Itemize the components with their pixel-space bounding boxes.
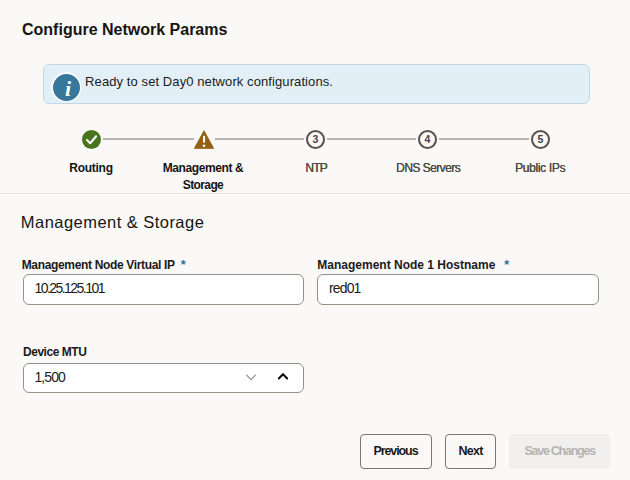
svg-text:i: i [65,75,72,100]
